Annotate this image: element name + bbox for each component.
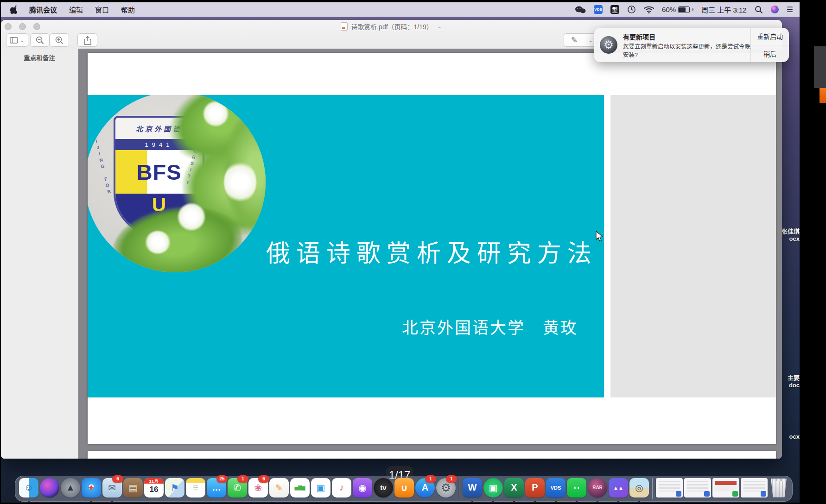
voov-status-icon[interactable]: VDS <box>594 5 603 14</box>
minimize-button[interactable] <box>19 23 26 30</box>
notification-center-icon[interactable]: ☰ <box>787 5 793 14</box>
running-indicator <box>492 501 494 503</box>
dock-item-mountains-app[interactable]: ▲▲ <box>609 475 628 503</box>
pdf-page-2 <box>88 451 776 459</box>
title-chevron-down-icon[interactable]: ⌄ <box>437 23 442 30</box>
wechat-status-icon[interactable] <box>575 5 586 14</box>
menu-item[interactable]: 腾讯会议 <box>29 5 57 14</box>
gear-icon: ⚙ <box>604 38 614 51</box>
notification-badge: 1 <box>446 475 457 483</box>
later-button[interactable]: 稍后 <box>751 45 789 63</box>
dock-item-safari[interactable]: ✦ <box>82 475 101 503</box>
input-method-icon[interactable]: 型 <box>610 5 619 14</box>
siri-icon[interactable] <box>771 6 779 13</box>
app-icon: ▲▲ <box>613 485 623 491</box>
running-indicator <box>555 501 557 503</box>
window-title: 诗歌赏析.pdf（页码：1/19） <box>351 22 433 31</box>
notification-badge: 1 <box>237 475 248 483</box>
running-indicator <box>28 501 30 503</box>
time-machine-icon[interactable] <box>627 5 636 14</box>
dock-item-apple-tv[interactable]: tv <box>374 475 393 503</box>
desktop-file-labels: 张佳琪 ocx 主要 doc ocx <box>780 2 800 503</box>
dock-item-mail[interactable]: 6 ✉ <box>102 475 122 503</box>
dock-item-music[interactable]: ♪ <box>332 475 351 503</box>
app-icon: ✦ <box>88 482 95 493</box>
dock-item-excel[interactable]: X <box>504 475 524 503</box>
notification-title: 有更新项目 <box>623 32 750 41</box>
dock-item-voov-meeting[interactable]: VDS <box>546 475 565 503</box>
flowers <box>203 101 229 126</box>
app-icon: ▣ <box>317 482 325 493</box>
minimized-window-4[interactable] <box>741 475 768 503</box>
menu-item[interactable]: 帮助 <box>121 5 135 14</box>
dock-item-maps[interactable]: ⚑ <box>165 475 184 503</box>
university-logo-image: 北京外国语 1941 BFS U BEIJING FOR UNIVERSITY <box>88 95 266 272</box>
battery-icon <box>678 6 690 13</box>
desktop-file[interactable]: 主要 doc <box>780 374 800 389</box>
app-icon: ◖◗ <box>573 484 580 491</box>
dock-item-photos[interactable]: 6 ❀ <box>248 475 268 503</box>
app-icon: ▤ <box>129 482 138 493</box>
dock-item-word[interactable]: W <box>463 475 482 503</box>
dock-item-trash[interactable] <box>769 475 788 503</box>
app-icon: tv <box>380 484 386 491</box>
dock-item-finder[interactable]: ☺ <box>19 475 38 503</box>
dock-item-launchpad[interactable]: ▲ <box>61 475 80 503</box>
dock-item-numbers[interactable]: ▅▇▆ <box>290 475 310 503</box>
dock-item-keynote[interactable]: ▣ <box>311 475 330 503</box>
wifi-icon[interactable] <box>644 5 654 14</box>
pdf-page-1: 北京外国语 1941 BFS U BEIJING FOR UNIVERSITY <box>88 53 776 444</box>
app-icon: ⚑ <box>171 482 179 493</box>
minimized-window-2[interactable] <box>684 475 711 503</box>
emblem-arc-text-left: BEIJING FOR <box>90 126 113 196</box>
restart-button[interactable]: 重新启动 <box>751 28 789 45</box>
pdf-content-area[interactable]: 北京外国语 1941 BFS U BEIJING FOR UNIVERSITY <box>78 49 782 459</box>
app-icon: VDS <box>551 485 561 491</box>
flowers <box>224 161 256 203</box>
app-icon: ▲ <box>66 482 75 493</box>
dock-item-calendar[interactable]: 11月 16 <box>144 475 164 503</box>
sidebar-toggle-button[interactable]: ⌄ <box>6 33 28 47</box>
dock-item-contacts[interactable]: ▤ <box>123 475 143 503</box>
dock-item-podcasts[interactable]: ◉ <box>353 475 372 503</box>
update-notification: ⚙ 有更新项目 您要立刻重新启动以安装这些更新，还是尝试今晚安装? 重新启动 稍… <box>594 28 789 62</box>
dock-item-tencent-meeting[interactable]: ▣ <box>483 475 503 503</box>
dock-item-wechat[interactable]: ◖◗ <box>567 475 586 503</box>
desktop-file[interactable]: 张佳琪 ocx <box>780 228 800 243</box>
menu-item[interactable]: 窗口 <box>95 5 109 14</box>
dock-separator-2[interactable] <box>652 478 653 499</box>
spotlight-search-icon[interactable] <box>755 5 763 14</box>
dock-item-system-preferences[interactable]: 1 ⚙ <box>436 475 456 503</box>
screen-edge-artifact <box>814 46 826 88</box>
dock-item-rar-archiver[interactable]: RAR <box>588 475 607 503</box>
share-button[interactable] <box>77 33 97 47</box>
dock-separator-1[interactable] <box>459 478 459 499</box>
dock-item-powerpoint[interactable]: P <box>525 475 545 503</box>
apple-logo-icon[interactable] <box>10 6 17 14</box>
minimized-window-3[interactable] <box>712 475 739 503</box>
pencil-icon: ✎ <box>571 35 578 45</box>
sidebar-header: 重点和备注 <box>1 53 78 62</box>
notification-badge: 6 <box>112 475 123 483</box>
desktop-file[interactable]: ocx <box>780 433 800 441</box>
dock-item-app-store[interactable]: 1 A <box>415 475 435 503</box>
dock-item-messages[interactable]: 25 … <box>207 475 226 503</box>
app-icon: ∪ <box>400 482 408 493</box>
battery-indicator[interactable]: 60% <box>662 6 693 13</box>
zoom-out-button[interactable] <box>30 33 50 47</box>
zoom-in-button[interactable] <box>50 33 69 47</box>
menu-item[interactable]: 编辑 <box>69 5 83 14</box>
menu-bar-clock[interactable]: 周三 上午 3:12 <box>701 5 747 14</box>
dock-item-books[interactable]: ∪ <box>394 475 414 503</box>
dock-item-siri[interactable] <box>40 475 59 503</box>
dock-item-facetime[interactable]: 1 ✆ <box>228 475 247 503</box>
minimized-window-1[interactable] <box>656 475 683 503</box>
dock-item-preview[interactable]: ◎ <box>629 475 649 503</box>
dock-item-notes[interactable]: ≡ <box>186 475 205 503</box>
zoom-button[interactable] <box>33 23 40 30</box>
notification-badge: 1 <box>425 475 436 483</box>
dock-item-pages[interactable]: ✎ <box>269 475 289 503</box>
close-button[interactable] <box>5 23 12 30</box>
markup-button[interactable]: ✎ <box>564 33 585 47</box>
running-indicator <box>534 501 536 503</box>
